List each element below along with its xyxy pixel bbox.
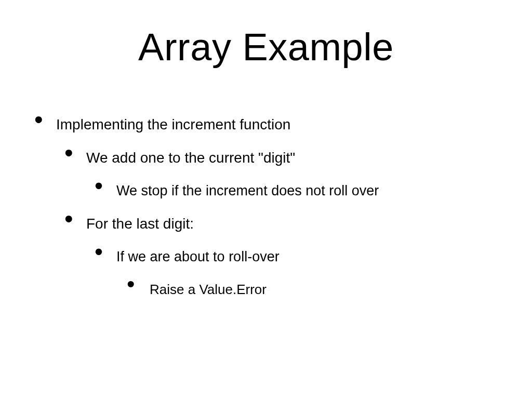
slide: Array Example Implementing the increment… bbox=[0, 0, 532, 399]
bullet-level3: If we are about to roll-over Raise a Val… bbox=[91, 250, 501, 296]
bullet-level2: We add one to the current "digit" We sto… bbox=[61, 151, 501, 198]
bullet-text: Raise a Value.Error bbox=[150, 282, 267, 297]
slide-body: Implementing the increment function We a… bbox=[31, 99, 501, 296]
bullet-text: We add one to the current "digit" bbox=[86, 150, 295, 166]
bullet-level4: Raise a Value.Error bbox=[124, 283, 501, 296]
slide-title: Array Example bbox=[0, 25, 532, 69]
bullet-text: For the last digit: bbox=[86, 216, 194, 232]
bullet-text: If we are about to roll-over bbox=[116, 249, 280, 264]
bullet-level3: We stop if the increment does not roll o… bbox=[91, 184, 501, 198]
bullet-level1: Implementing the increment function We a… bbox=[31, 117, 501, 296]
bullet-text: Implementing the increment function bbox=[56, 116, 290, 132]
bullet-text: We stop if the increment does not roll o… bbox=[116, 183, 379, 198]
bullet-level2: For the last digit: If we are about to r… bbox=[61, 217, 501, 296]
